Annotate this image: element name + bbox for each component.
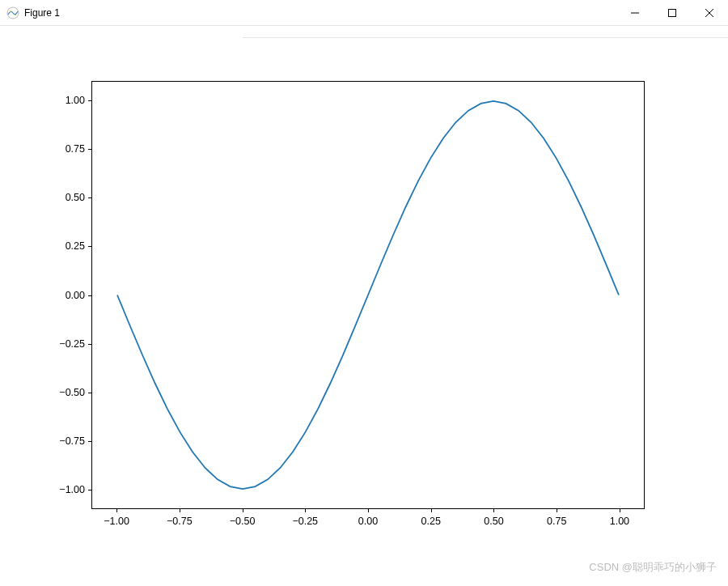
- x-tick-mark: [431, 509, 432, 512]
- x-tick-label: 0.25: [421, 516, 441, 527]
- x-tick-mark: [180, 509, 180, 512]
- minimize-icon: [631, 9, 639, 17]
- x-tick-label: 0.75: [547, 516, 566, 527]
- close-icon: [705, 9, 713, 17]
- app-icon: [6, 6, 19, 19]
- chart-plot-area: [91, 81, 645, 509]
- maximize-button[interactable]: [654, 0, 691, 25]
- x-tick-label: −0.75: [167, 516, 193, 527]
- titlebar: Figure 1: [0, 0, 728, 26]
- series-line: [117, 101, 619, 489]
- y-tick-label: 0.50: [66, 192, 85, 203]
- y-tick-label: 1.00: [66, 95, 85, 106]
- x-tick-mark: [493, 509, 494, 512]
- x-tick-label: −1.00: [104, 516, 129, 527]
- x-tick-mark: [305, 509, 306, 512]
- watermark-text: CSDN @聪明乖巧的小狮子: [589, 560, 717, 575]
- y-tick-label: 0.25: [66, 240, 85, 252]
- x-tick-mark: [116, 509, 117, 512]
- x-tick-mark: [557, 509, 557, 512]
- y-tick-label: 0.00: [66, 290, 85, 301]
- toolbar-divider: [0, 26, 728, 49]
- x-tick-label: 1.00: [610, 516, 629, 527]
- x-tick-label: 0.50: [484, 516, 503, 527]
- x-tick-mark: [368, 509, 369, 512]
- close-button[interactable]: [691, 0, 728, 25]
- x-tick-label: −0.25: [292, 516, 318, 527]
- y-tick-label: −1.00: [59, 484, 85, 495]
- x-tick-mark: [243, 509, 243, 512]
- x-tick-mark: [620, 509, 620, 512]
- line-chart: [92, 82, 644, 508]
- window-title: Figure 1: [24, 7, 616, 19]
- svg-point-2: [15, 14, 16, 15]
- x-tick-label: 0.00: [358, 516, 378, 527]
- y-tick-label: −0.50: [59, 387, 85, 398]
- window-controls: [616, 0, 728, 25]
- svg-point-1: [10, 11, 11, 12]
- y-tick-label: −0.75: [59, 435, 85, 447]
- y-tick-label: −0.25: [59, 338, 85, 350]
- y-tick-label: 0.75: [66, 143, 85, 155]
- maximize-icon: [668, 9, 676, 17]
- x-tick-label: −0.50: [230, 516, 256, 527]
- svg-rect-4: [669, 9, 676, 16]
- minimize-button[interactable]: [616, 0, 654, 25]
